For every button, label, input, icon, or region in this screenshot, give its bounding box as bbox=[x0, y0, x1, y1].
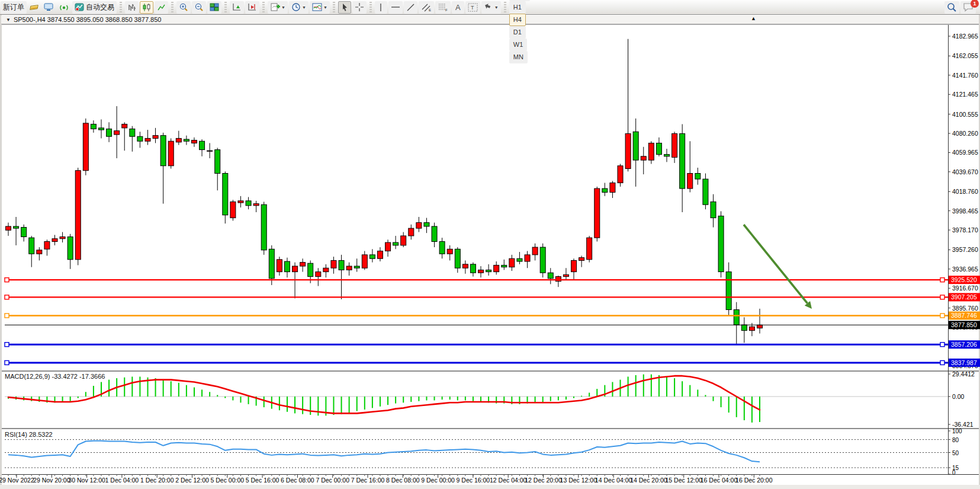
horizontal-line-object[interactable] bbox=[5, 314, 948, 318]
line-handle[interactable] bbox=[5, 343, 9, 347]
one-click-trading-triangle[interactable]: ▼ bbox=[6, 17, 11, 23]
candle-body bbox=[525, 255, 530, 261]
candle-body bbox=[447, 249, 452, 254]
horizontal-line-object[interactable] bbox=[5, 295, 948, 299]
text-icon[interactable]: A bbox=[452, 1, 464, 14]
timeframe-button-h4[interactable]: H4 bbox=[509, 14, 526, 26]
new-order-button[interactable]: 新订单 bbox=[1, 1, 27, 14]
chart-title-ohlc: SP500-,H4 3874.550 3895.050 3868.850 387… bbox=[14, 16, 162, 23]
line-handle[interactable] bbox=[940, 314, 944, 318]
horizontal-line-icon[interactable] bbox=[388, 1, 403, 14]
macd-signal-line bbox=[8, 376, 760, 413]
time-axis-label: 29 Nov 2022 bbox=[0, 477, 34, 484]
line-handle[interactable] bbox=[940, 278, 944, 282]
candle-body bbox=[369, 255, 375, 258]
svg-text:3877.850: 3877.850 bbox=[951, 321, 977, 328]
candle-body bbox=[509, 258, 515, 267]
candle-body bbox=[37, 250, 42, 254]
periods-clock-button[interactable]: ▼ bbox=[289, 1, 309, 14]
candle-body bbox=[269, 249, 274, 279]
gold-bar-icon[interactable] bbox=[28, 1, 40, 14]
macd-axis[interactable]: 29.44120.00-36.421 bbox=[948, 370, 975, 428]
candle-body bbox=[734, 309, 739, 325]
svg-text:3907.205: 3907.205 bbox=[951, 293, 977, 301]
price-axis-label: 4121.465 bbox=[952, 91, 978, 98]
line-price-tag: 3925.520 bbox=[949, 276, 980, 284]
line-handle[interactable] bbox=[5, 278, 9, 282]
chart-shift-icon[interactable] bbox=[245, 1, 259, 14]
horizontal-line-object[interactable] bbox=[5, 343, 948, 347]
rsi-axis[interactable]: 1008050150 bbox=[948, 428, 962, 476]
time-axis-label: 6 Dec 08:00 bbox=[281, 477, 314, 484]
panel-borders bbox=[2, 25, 979, 475]
chevron-down-icon: ▼ bbox=[323, 5, 327, 9]
toolbar-separator bbox=[369, 2, 372, 12]
line-handle[interactable] bbox=[940, 343, 944, 347]
candle-body bbox=[300, 263, 306, 266]
line-handle[interactable] bbox=[940, 295, 944, 299]
line-handle[interactable] bbox=[940, 360, 944, 365]
horizontal-line-object[interactable] bbox=[5, 278, 948, 282]
candle-body bbox=[223, 174, 228, 215]
line-handle[interactable] bbox=[5, 295, 9, 299]
time-axis-label: 7 Dec 16:00 bbox=[351, 477, 385, 484]
tile-windows-icon[interactable] bbox=[207, 1, 221, 14]
timeframe-button-w1[interactable]: W1 bbox=[509, 39, 528, 51]
candle-body bbox=[207, 151, 213, 151]
line-handle[interactable] bbox=[5, 314, 9, 318]
timeframe-button-mn[interactable]: MN bbox=[509, 51, 528, 63]
signal-icon[interactable] bbox=[57, 1, 71, 14]
svg-text:3887.746: 3887.746 bbox=[951, 312, 977, 319]
rsi-axis-label: 100 bbox=[952, 428, 962, 434]
candle-body bbox=[664, 155, 670, 156]
candle-body bbox=[424, 223, 429, 226]
candle-body bbox=[587, 238, 592, 260]
zoom-out-icon[interactable] bbox=[192, 1, 206, 14]
timeframe-button-h1[interactable]: H1 bbox=[509, 1, 526, 14]
chart-window-header: ▼ SP500-,H4 3874.550 3895.050 3868.850 3… bbox=[1, 15, 979, 24]
arrows-icon[interactable]: ▼ bbox=[481, 1, 501, 14]
svg-text:F: F bbox=[445, 8, 448, 12]
cursor-icon[interactable] bbox=[338, 1, 351, 14]
macd-panel-graphics bbox=[5, 375, 948, 423]
candle-body bbox=[741, 325, 747, 331]
autoscroll-icon[interactable] bbox=[230, 1, 244, 14]
chat-notification-button[interactable]: 1 bbox=[960, 1, 976, 14]
bar-chart-icon[interactable] bbox=[125, 1, 139, 14]
channel-icon[interactable]: E bbox=[419, 1, 434, 14]
time-axis[interactable]: 29 Nov 202229 Nov 20:0030 Nov 12:001 Dec… bbox=[0, 474, 773, 484]
fibonacci-icon[interactable]: F bbox=[435, 1, 451, 14]
chart-scroll-marker-icon[interactable]: ▲ bbox=[751, 15, 756, 21]
arrow-annotation[interactable] bbox=[744, 225, 812, 309]
gold-bar-icon bbox=[30, 5, 38, 10]
chart-canvas[interactable]: 4182.9654162.0554141.7604121.4654100.555… bbox=[0, 0, 980, 489]
candle-body bbox=[703, 179, 708, 204]
templates-button[interactable]: ▼ bbox=[310, 1, 330, 14]
new-chart-button[interactable]: ▼ bbox=[268, 1, 288, 14]
candle-body bbox=[548, 273, 553, 279]
rsi-line bbox=[8, 441, 760, 462]
timeframe-button-d1[interactable]: D1 bbox=[509, 26, 526, 39]
line-handle[interactable] bbox=[5, 360, 9, 365]
candle-body bbox=[293, 266, 298, 272]
time-axis-label: 16 Dec 20:00 bbox=[735, 477, 773, 484]
candle-body bbox=[595, 188, 600, 238]
search-icon[interactable] bbox=[944, 1, 959, 14]
horizontal-line-object[interactable] bbox=[5, 360, 948, 365]
macd-axis-label: 29.4412 bbox=[952, 370, 975, 378]
trendline-icon[interactable] bbox=[404, 1, 417, 14]
price-axis-label: 3978.170 bbox=[952, 226, 978, 234]
text-label-icon[interactable]: T bbox=[465, 1, 480, 14]
line-chart-icon[interactable] bbox=[155, 1, 168, 14]
time-axis-label: 16 Dec 04:00 bbox=[701, 477, 738, 484]
candle-body bbox=[230, 202, 236, 218]
vertical-line-icon[interactable] bbox=[375, 1, 387, 14]
auto-trading-button[interactable]: 自动交易 bbox=[72, 1, 117, 14]
candle-body bbox=[455, 249, 460, 268]
terminal-icon[interactable] bbox=[41, 1, 56, 14]
crosshair-icon[interactable] bbox=[352, 1, 367, 14]
time-axis-label: 14 Dec 20:00 bbox=[630, 477, 667, 484]
candlestick-icon[interactable] bbox=[140, 1, 153, 14]
zoom-in-icon[interactable] bbox=[176, 1, 191, 14]
price-axis-label: 4018.760 bbox=[952, 188, 978, 195]
